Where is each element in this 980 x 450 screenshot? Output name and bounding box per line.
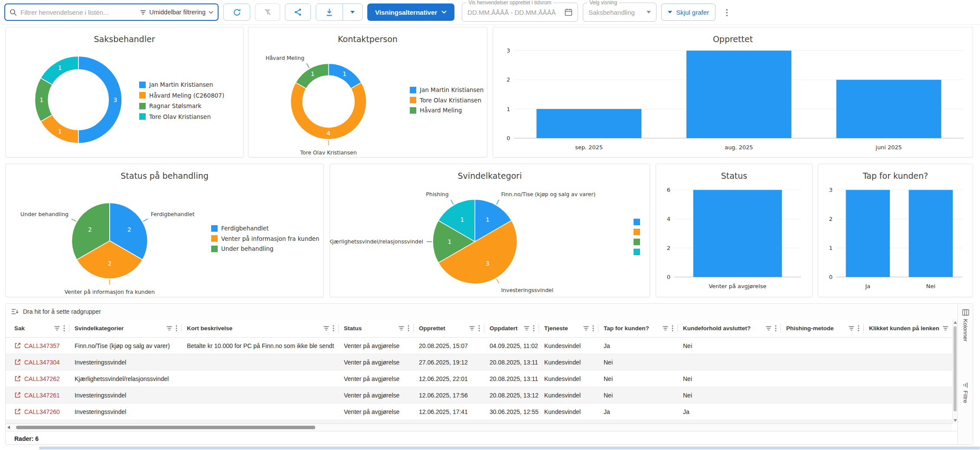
table-row[interactable]: CALL347262Kjærlighetssvindel/relasjonssv… <box>6 371 952 387</box>
column-filter-icon[interactable] <box>524 326 529 331</box>
callout-line <box>307 63 309 68</box>
row-groups-dropzone[interactable]: Dra hit for å sette radgrupper <box>6 304 973 320</box>
refresh-button[interactable] <box>223 3 250 21</box>
column-menu-icon[interactable] <box>672 325 673 332</box>
y-tick-label: 4 <box>667 216 670 222</box>
view-select[interactable]: Velg visning Saksbehandling <box>583 3 657 22</box>
slice-value-label: 1 <box>39 96 43 103</box>
sak-cell: CALL347260 <box>9 408 69 415</box>
vertical-scrollbar[interactable] <box>952 319 957 424</box>
tab-filters[interactable]: Filtre <box>958 383 973 403</box>
column-filter-icon[interactable] <box>167 326 172 331</box>
callout-line <box>497 200 499 204</box>
bar-aug. 2025[interactable] <box>686 51 791 138</box>
case-link[interactable]: CALL347304 <box>24 359 60 366</box>
column-header-Oppdatert[interactable]: Oppdatert <box>484 319 539 337</box>
legend-item <box>634 249 640 255</box>
table-row[interactable]: CALL347260InvesteringssvindelVenter på a… <box>6 404 952 420</box>
table-cell: Ja <box>598 408 678 415</box>
table-row[interactable]: CALL347304InvesteringssvindelVenter på a… <box>6 354 952 371</box>
search-placeholder: Filtrer henvendelsene i listen... <box>20 9 137 16</box>
scroll-down-icon[interactable] <box>954 419 957 422</box>
table-cell: Investeringssvindel <box>69 359 182 366</box>
page-scrollbar[interactable] <box>39 447 980 450</box>
chart-card-kontaktperson: Kontaktperson 14Tore Olav Kristiansen1Hå… <box>248 27 487 158</box>
donut-slice-Ragnar Stølsmark[interactable] <box>35 78 52 122</box>
search-input[interactable]: Filtrer henvendelsene i listen... Umidde… <box>4 3 219 21</box>
callout-label: Tore Olav Kristiansen <box>300 149 356 156</box>
column-filter-icon[interactable] <box>943 326 948 331</box>
chart-card-status: Status 0246Venter på avgjørelse <box>656 164 813 297</box>
legend-label: Ragnar Stølsmark <box>149 102 201 109</box>
column-filter-icon[interactable] <box>54 326 60 331</box>
column-header-Kort beskrivelse[interactable]: Kort beskrivelse <box>182 319 339 337</box>
download-button[interactable] <box>316 4 343 20</box>
date-range-field[interactable]: Vis henvendelser opprettet i tidsrom DD.… <box>462 3 578 22</box>
open-case-icon[interactable] <box>14 359 21 365</box>
bar-Venter på avgjørelse[interactable] <box>693 190 782 277</box>
horizontal-scrollbar[interactable] <box>6 424 952 431</box>
column-filter-icon[interactable] <box>849 326 854 331</box>
horizontal-scroll-thumb[interactable] <box>16 426 315 429</box>
legend-swatch <box>139 103 146 109</box>
more-options-icon[interactable]: ⋮ <box>720 8 734 16</box>
case-link[interactable]: CALL347261 <box>24 392 60 399</box>
callout-label: Ferdigbehandlet <box>151 211 195 217</box>
instant-filter-dropdown[interactable]: Umiddelbar filtrering <box>140 9 213 16</box>
column-header-Tap for kunden?[interactable]: Tap for kunden? <box>598 319 678 337</box>
view-options-button[interactable]: Visningsalternativer <box>367 3 454 21</box>
scroll-left-icon[interactable] <box>7 426 10 429</box>
column-header-Status[interactable]: Status <box>339 319 414 337</box>
column-header-Sak[interactable]: Sak <box>9 319 69 337</box>
column-header-Opprettet[interactable]: Opprettet <box>414 319 484 337</box>
column-header-Tjeneste[interactable]: Tjeneste <box>539 319 598 337</box>
calendar-icon[interactable] <box>565 8 572 16</box>
column-filter-icon[interactable] <box>583 326 589 331</box>
case-link[interactable]: CALL347260 <box>24 408 60 415</box>
column-header-Klikket kunden på lenken?[interactable]: Klikket kunden på lenken? <box>864 319 952 337</box>
column-header-Phishing-metode[interactable]: Phishing-metode <box>781 319 864 337</box>
column-menu-icon[interactable] <box>63 325 65 332</box>
callout-label: Kjærlighetssvindel/relasjonssvindel <box>330 238 423 245</box>
scroll-up-icon[interactable] <box>954 321 957 324</box>
column-menu-icon[interactable] <box>775 325 777 332</box>
share-button[interactable] <box>285 3 311 21</box>
column-filter-icon[interactable] <box>766 326 771 331</box>
column-menu-icon[interactable] <box>176 325 177 332</box>
y-tick-label: 1 <box>506 106 510 112</box>
tab-columns[interactable]: Kolonner <box>958 309 973 342</box>
table-cell: 27.06.2025, 19:12 <box>414 359 484 366</box>
hide-charts-button[interactable]: Skjul grafer <box>661 3 715 21</box>
table-row[interactable]: CALL347357Finn.no/Tise (kjøp og salg av … <box>6 338 952 354</box>
x-category-label: Nei <box>926 283 935 289</box>
bar-Nei[interactable] <box>909 190 953 277</box>
column-filter-icon[interactable] <box>399 326 404 331</box>
bar-juni 2025[interactable] <box>836 80 941 138</box>
tool-panel-sidebar: Kolonner Filtre <box>957 304 973 445</box>
column-header-Kundeforhold avsluttet?[interactable]: Kundeforhold avsluttet? <box>678 319 781 337</box>
column-filter-icon[interactable] <box>663 326 668 331</box>
column-filter-icon[interactable] <box>469 326 475 331</box>
column-menu-icon[interactable] <box>858 325 859 332</box>
filter-off-icon <box>264 9 271 16</box>
table-row[interactable]: CALL347261InvesteringssvindelVenter på a… <box>6 387 952 404</box>
open-case-icon[interactable] <box>14 408 21 415</box>
bar-Ja[interactable] <box>846 190 890 277</box>
table-cell: 04.09.2025, 11:02 <box>484 342 539 349</box>
column-filter-icon[interactable] <box>323 326 329 331</box>
open-case-icon[interactable] <box>14 392 21 398</box>
column-menu-icon[interactable] <box>333 325 334 332</box>
open-case-icon[interactable] <box>14 375 21 382</box>
table-row-partial[interactable] <box>6 420 952 424</box>
column-menu-icon[interactable] <box>408 325 409 332</box>
open-case-icon[interactable] <box>14 342 21 349</box>
column-menu-icon[interactable] <box>478 325 480 332</box>
column-menu-icon[interactable] <box>592 325 594 332</box>
bar-sep. 2025[interactable] <box>536 109 641 138</box>
download-options-button[interactable] <box>343 4 362 20</box>
column-header-Svindelkategorier[interactable]: Svindelkategorier <box>69 319 182 337</box>
vertical-scroll-thumb[interactable] <box>954 326 957 411</box>
column-menu-icon[interactable] <box>533 325 535 332</box>
case-link[interactable]: CALL347262 <box>24 375 60 382</box>
case-link[interactable]: CALL347357 <box>24 342 60 349</box>
